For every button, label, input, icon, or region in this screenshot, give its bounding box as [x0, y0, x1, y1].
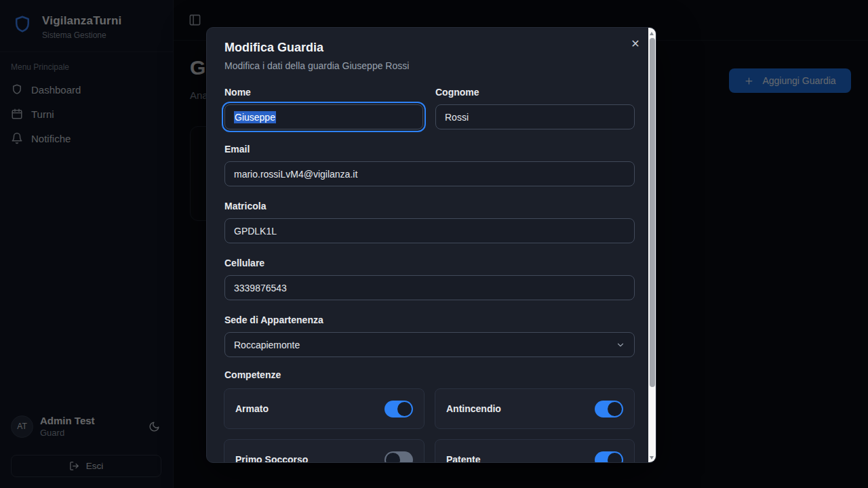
scrollbar-thumb[interactable] [650, 38, 655, 387]
competenza-primo-soccorso: Primo Soccorso [224, 439, 425, 463]
competenza-antincendio: Antincendio [435, 388, 635, 429]
matricola-label: Matricola [224, 201, 266, 211]
chevron-down-icon [616, 340, 625, 350]
antincendio-toggle[interactable] [595, 401, 623, 418]
sede-select[interactable]: Roccapiemonte [224, 332, 635, 357]
email-label: Email [224, 144, 250, 155]
email-input[interactable]: mario.rossiLvM4@vigilanza.it [224, 161, 635, 186]
patente-toggle[interactable] [595, 451, 623, 464]
sede-label: Sede di Appartenenza [224, 314, 323, 325]
cellulare-input[interactable]: 3339876543 [224, 275, 635, 300]
app-root: VigilanzaTurni Sistema Gestione Menu Pri… [0, 0, 868, 488]
cognome-label: Cognome [435, 87, 479, 98]
scroll-up-icon[interactable] [650, 32, 654, 35]
modal-scrollbar[interactable] [648, 28, 656, 463]
scroll-down-icon[interactable] [650, 456, 654, 460]
nome-label: Nome [224, 87, 251, 98]
competenza-armato: Armato [224, 388, 425, 429]
primo-soccorso-toggle[interactable] [384, 451, 413, 464]
cellulare-label: Cellulare [224, 258, 264, 268]
competenza-patente: Patente [435, 439, 635, 463]
edit-guard-modal: Modifica Guardia Modifica i dati della g… [206, 27, 656, 463]
modal-subtitle: Modifica i dati della guardia Giuseppe R… [224, 60, 409, 71]
modal-title: Modifica Guardia [224, 41, 323, 55]
cognome-input[interactable]: Rossi [435, 104, 635, 129]
nome-value-selected: Giuseppe [234, 111, 276, 123]
close-icon[interactable]: ✕ [627, 35, 644, 52]
nome-input[interactable]: Giuseppe [224, 104, 423, 129]
competenze-label: Competenze [224, 369, 281, 380]
armato-toggle[interactable] [384, 401, 413, 418]
matricola-input[interactable]: GPDLK1L [224, 218, 635, 243]
